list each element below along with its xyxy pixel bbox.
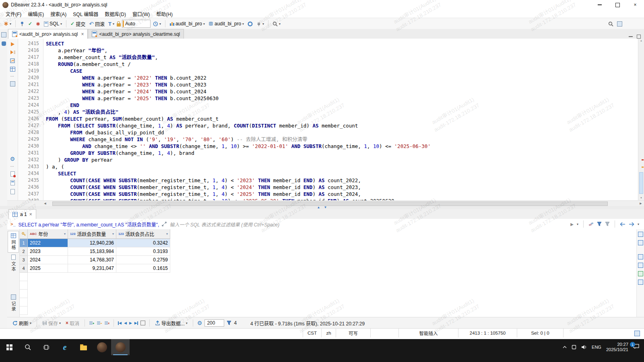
add-row-icon[interactable] [89, 321, 94, 325]
cancel-button[interactable]: × 取消 [64, 319, 80, 327]
close-tab-icon[interactable]: × [81, 31, 84, 37]
menu-item[interactable]: 编辑(E) [25, 10, 47, 17]
code-lines[interactable]: SELECT a.perYear "年份", a.member_count_t … [43, 39, 638, 200]
row-header-cell[interactable] [20, 229, 28, 239]
cursor-position-indicator[interactable]: 2413 : 1 : 105750 [458, 329, 517, 337]
validate-button[interactable]: ✓ [27, 20, 33, 27]
grid-cell[interactable]: 2022 [28, 239, 68, 247]
editor-tab-analysis-cleartime[interactable]: <audit_bi_pro> analysis_cleartime.sql [88, 29, 184, 39]
code-line[interactable]: FROM (SELECT SUBSTR(change_time, 1, 4) A… [46, 122, 638, 129]
grouping-panel-icon[interactable] [638, 271, 643, 276]
nav-forward-icon[interactable] [629, 222, 634, 226]
editor-results-sash[interactable]: ▲ ▼ [0, 206, 644, 209]
code-line[interactable]: COUNT(CASE WHEN SUBSTR(member_register_t… [46, 197, 638, 200]
code-line[interactable]: WHEN a.perYear = '2023' THEN b.count_202… [46, 81, 638, 88]
column-header[interactable]: ABC年份▾ [28, 229, 68, 239]
sash-down-icon[interactable]: ▼ [324, 206, 327, 209]
code-line[interactable]: END [46, 102, 638, 109]
results-tab-text[interactable]: 文本 [8, 253, 19, 274]
volume-icon[interactable] [581, 345, 587, 350]
column-header[interactable]: 123活跃会员占比▾ [116, 229, 170, 239]
tray-tablet-icon[interactable] [572, 345, 576, 350]
code-line[interactable]: SELECT [46, 40, 638, 47]
code-line[interactable]: , 4) AS "活跃会员占比" [46, 109, 638, 115]
rollback-button[interactable]: ↶ 回滚 [88, 20, 106, 28]
action-center-button[interactable]: 1 [633, 343, 639, 351]
horizontal-scroll-thumb[interactable] [52, 202, 608, 206]
previous-row-button[interactable]: ◀ [124, 321, 127, 325]
value-viewer-icon[interactable] [638, 240, 643, 245]
menu-item[interactable]: 搜索(A) [47, 10, 70, 17]
nav-back-icon[interactable] [620, 222, 625, 226]
new-connection-button[interactable]: ▾ [2, 21, 12, 27]
code-line[interactable]: FROM dwd_basic_all_vip_point_dd [46, 129, 638, 136]
minimize-view-icon[interactable] [629, 36, 633, 37]
grid-cell[interactable]: 0.3193 [116, 247, 170, 256]
schema-selector[interactable]: audit_bi_pro ▾ [207, 20, 245, 27]
transaction-history-button[interactable]: ▾ [152, 21, 162, 27]
grid-cell[interactable]: 14,768,307 [68, 256, 116, 264]
code-line[interactable]: ) a, ( [46, 163, 638, 170]
restore-panel-icon[interactable] [1, 32, 6, 37]
grid-cell[interactable]: 2025 [28, 264, 68, 273]
export-data-button[interactable]: 导出数据... ▾ [154, 319, 189, 327]
save-button[interactable]: 保存 ▾ [41, 319, 62, 327]
grid-cell[interactable]: 0.2759 [116, 256, 170, 264]
file-explorer-button[interactable] [74, 339, 93, 355]
grid-cell[interactable]: 2024 [28, 256, 68, 264]
scroll-left-icon[interactable]: ◀ [43, 201, 47, 206]
perspective-button[interactable] [616, 21, 623, 27]
column-filter-icon[interactable]: ▾ [112, 232, 114, 236]
chevron-down-icon[interactable]: ▾ [638, 222, 639, 226]
menu-item[interactable]: 数据库(D) [101, 10, 129, 17]
filter-edit-icon[interactable] [605, 222, 610, 226]
connection-status-button[interactable] [246, 21, 254, 27]
row-count-icon[interactable] [227, 321, 231, 325]
grid-cell[interactable]: 0.3242 [116, 239, 170, 247]
grid-cell[interactable]: 0.1615 [116, 264, 170, 273]
code-line[interactable]: ROUND(a.member_count_t / [46, 61, 638, 68]
copy-row-icon[interactable] [97, 321, 102, 325]
grid-cell[interactable]: 12,940,236 [68, 239, 116, 247]
calc-panel-icon[interactable] [638, 254, 643, 259]
first-row-button[interactable]: ◀ [118, 321, 122, 325]
grid-cell[interactable]: 15,183,984 [68, 247, 116, 256]
eraser-icon[interactable] [588, 222, 594, 226]
results-tab-record[interactable]: 记录 [8, 292, 19, 314]
sql-presentation-selector[interactable]: SQL ▾ [43, 20, 63, 27]
filter-funnel-icon[interactable] [597, 222, 602, 226]
references-panel-icon[interactable] [638, 280, 643, 285]
code-line[interactable]: GROUP BY SUBSTR(change_time, 1, 4), bran… [46, 150, 638, 156]
code-line[interactable]: a.perYear "年份", [46, 47, 638, 54]
commit-mode-selector[interactable]: Auto [122, 20, 151, 28]
menu-item[interactable]: 窗口(W) [129, 10, 153, 17]
connection-selector[interactable]: audit_bi_pro ▾ [168, 20, 206, 27]
row-number[interactable]: 3 [20, 256, 28, 264]
explain-plan-icon[interactable] [10, 58, 15, 63]
column-filter-icon[interactable]: ▾ [64, 232, 66, 236]
next-row-button[interactable]: ▶ [129, 321, 132, 325]
close-button[interactable]: × [626, 0, 644, 10]
code-line[interactable]: a.member_count_t AS "活跃会员数量", [46, 54, 638, 61]
menu-item[interactable]: 文件(F) [2, 10, 25, 17]
input-language-indicator[interactable]: ENG [592, 345, 601, 350]
grid-toggle-icon[interactable] [10, 67, 15, 72]
minimize-button[interactable] [591, 0, 609, 10]
code-line[interactable]: WHEN a.perYear = '2024' THEN b.count_202… [46, 88, 638, 95]
row-number[interactable]: 2 [20, 247, 28, 256]
code-line[interactable]: COUNT(CASE WHEN SUBSTR(member_register_t… [46, 184, 638, 191]
column-header[interactable]: 123活跃会员数量▾ [68, 229, 116, 239]
more-actions-icon[interactable]: ⋯ [10, 75, 15, 78]
results-tab-grid[interactable]: 网格 [8, 231, 19, 253]
maximize-view-icon[interactable] [637, 35, 641, 39]
variables-panel-icon[interactable] [10, 189, 15, 194]
code-line[interactable]: WHEN a.perYear = '2022' THEN b.count_202… [46, 74, 638, 81]
table-row[interactable]: 1202212,940,2360.3242 [20, 239, 636, 247]
menu-item[interactable]: SQL 编辑器 [70, 10, 101, 17]
vertical-scroll-thumb[interactable] [639, 172, 643, 194]
metadata-panel-icon[interactable] [638, 263, 643, 268]
results-tab[interactable]: a 1 × [8, 209, 36, 219]
code-line[interactable]: WHEN a.perYear = '2025' THEN b.count_202… [46, 95, 638, 102]
column-filter-icon[interactable]: ▾ [166, 232, 168, 236]
code-line[interactable]: ) GROUP BY perYear [46, 156, 638, 163]
